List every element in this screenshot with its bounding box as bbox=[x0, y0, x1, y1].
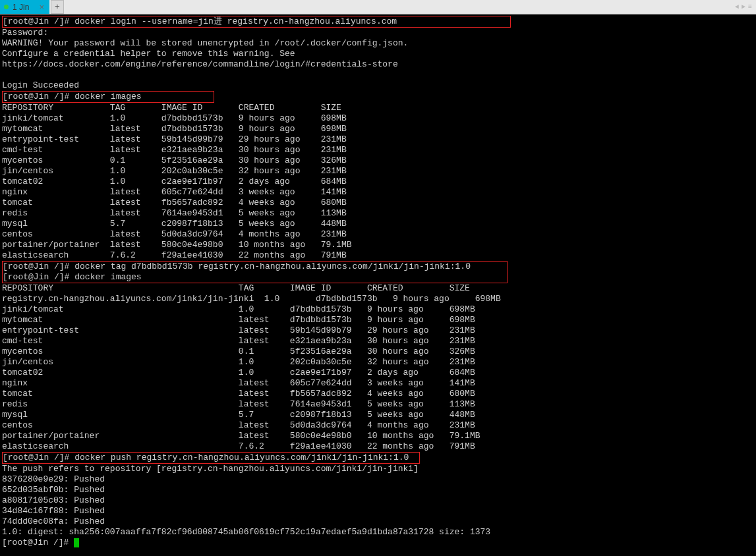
prompt: [root@Jin /]# bbox=[3, 92, 69, 101]
table-row: cmd-test latest e321aea9b23a 30 hours ag… bbox=[2, 336, 475, 346]
table-row: portainer/portainer latest 580c0e4e98b0 … bbox=[2, 240, 352, 250]
tab-jin[interactable]: 1 Jin × bbox=[0, 0, 49, 14]
cmd-login: docker login --username=jin进 registry.cn… bbox=[74, 16, 397, 26]
terminal-cursor bbox=[74, 538, 79, 547]
table-row: nginx latest 605c77e624dd 3 weeks ago 14… bbox=[2, 378, 475, 388]
table-row: jinki/tomcat 1.0 d7bdbbd1573b 9 hours ag… bbox=[2, 304, 475, 314]
terminal-output[interactable]: [root@Jin /]# docker login --username=ji… bbox=[0, 14, 756, 549]
nav-left-icon[interactable]: ◄ bbox=[735, 3, 739, 11]
table-row: jin/centos 1.0 202c0ab30c5e 32 hours ago… bbox=[2, 166, 347, 176]
table-row: jinki/tomcat 1.0 d7bdbbd1573b 9 hours ag… bbox=[2, 113, 347, 123]
line-warn2: Configure a credential helper to remove … bbox=[2, 49, 295, 59]
table-row: mytomcat latest d7bdbbd1573b 9 hours ago… bbox=[2, 315, 475, 325]
table-row: centos latest 5d0da3dc9764 4 months ago … bbox=[2, 229, 347, 239]
table-row: tomcat latest fb5657adc892 4 weeks ago 6… bbox=[2, 389, 475, 399]
plus-icon: + bbox=[55, 2, 60, 12]
push-line: 1.0: digest: sha256:007aaaffa7f82cf96d00… bbox=[2, 527, 490, 537]
tab-nav: ◄ ► ≡ bbox=[735, 0, 756, 14]
table-row: mycentos 0.1 5f23516ae29a 30 hours ago 3… bbox=[2, 347, 475, 356]
table-row: redis latest 7614ae9453d1 5 weeks ago 11… bbox=[2, 208, 347, 218]
table-row: mysql 5.7 c20987f18b13 5 weeks ago 448MB bbox=[2, 410, 475, 420]
table-row: elasticsearch 7.6.2 f29a1ee41030 22 mont… bbox=[2, 250, 347, 260]
table-row: cmd-test latest e321aea9b23a 30 hours ag… bbox=[2, 145, 347, 155]
close-icon[interactable]: × bbox=[39, 2, 44, 12]
line-warn1: WARNING! Your password will be stored un… bbox=[2, 38, 408, 48]
nav-right-icon[interactable]: ► bbox=[741, 3, 745, 11]
cmd-tag: docker tag d7bdbbd1573b registry.cn-hang… bbox=[74, 262, 471, 271]
table-row: tomcat02 1.0 c2ae9e171b97 2 days ago 684… bbox=[2, 177, 347, 186]
table-row: portainer/portainer latest 580c0e4e98b0 … bbox=[2, 431, 480, 441]
cmd-push: docker push registry.cn-hangzhou.aliyunc… bbox=[74, 453, 409, 462]
line-login-ok: Login Succeeded bbox=[2, 80, 79, 90]
prompt: [root@Jin /]# bbox=[3, 453, 69, 462]
table-row: jin/centos 1.0 202c0ab30c5e 32 hours ago… bbox=[2, 357, 475, 367]
table1-header: REPOSITORY TAG IMAGE ID CREATED SIZE bbox=[2, 103, 341, 113]
cmd-images2: docker images bbox=[74, 272, 141, 282]
push-line: 652d035abf0b: Pushed bbox=[2, 485, 105, 495]
push-line: a80817105c03: Pushed bbox=[2, 495, 105, 505]
table-row: nginx latest 605c77e624dd 3 weeks ago 14… bbox=[2, 187, 347, 197]
tab-bar: 1 Jin × + ◄ ► ≡ bbox=[0, 0, 756, 14]
add-tab-button[interactable]: + bbox=[51, 0, 64, 14]
prompt: [root@Jin /]# bbox=[3, 16, 69, 26]
table-row: mycentos 0.1 5f23516ae29a 30 hours ago 3… bbox=[2, 155, 347, 165]
prompt: [root@Jin /]# bbox=[2, 538, 69, 547]
line-push-msg: The push refers to repository [registry.… bbox=[2, 464, 419, 474]
highlighted-login-cmd: [root@Jin /]# docker login --username=ji… bbox=[2, 16, 511, 28]
push-line: 8376280e9e29: Pushed bbox=[2, 474, 105, 484]
table-row: mysql 5.7 c20987f18b13 5 weeks ago 448MB bbox=[2, 219, 347, 229]
highlighted-push-cmd: [root@Jin /]# docker push registry.cn-ha… bbox=[2, 452, 420, 464]
table-row: mytomcat latest d7bdbbd1573b 9 hours ago… bbox=[2, 124, 347, 134]
prompt: [root@Jin /]# bbox=[3, 262, 69, 271]
highlighted-tag-cmd: [root@Jin /]# docker tag d7bdbbd1573b re… bbox=[2, 261, 508, 283]
cmd-images: docker images bbox=[74, 92, 141, 101]
table-row: tomcat02 1.0 c2ae9e171b97 2 days ago 684… bbox=[2, 368, 475, 377]
table-row: tomcat latest fb5657adc892 4 weeks ago 6… bbox=[2, 198, 347, 208]
status-dot-icon bbox=[4, 5, 9, 9]
table-row: entrypoint-test latest 59b145d99b79 29 h… bbox=[2, 325, 475, 335]
nav-menu-icon[interactable]: ≡ bbox=[748, 3, 752, 11]
table-row: redis latest 7614ae9453d1 5 weeks ago 11… bbox=[2, 399, 475, 409]
highlighted-images-cmd: [root@Jin /]# docker images bbox=[2, 91, 214, 103]
table-row: registry.cn-hangzhou.aliyuncs.com/jinki/… bbox=[2, 294, 501, 304]
table-row: centos latest 5d0da3dc9764 4 months ago … bbox=[2, 420, 475, 430]
table-row: entrypoint-test latest 59b145d99b79 29 h… bbox=[2, 134, 347, 144]
tab-label: 1 Jin bbox=[13, 3, 29, 12]
line-password: Password: bbox=[2, 28, 48, 38]
push-line: 34d84c167f88: Pushed bbox=[2, 506, 105, 516]
line-warn3: https://docs.docker.com/engine/reference… bbox=[2, 59, 398, 69]
push-line: 74ddd0ec08fa: Pushed bbox=[2, 516, 105, 526]
table2-header: REPOSITORY TAG IMAGE ID CREATED SIZE bbox=[2, 283, 470, 293]
prompt: [root@Jin /]# bbox=[3, 272, 69, 282]
table-row: elasticsearch 7.6.2 f29a1ee41030 22 mont… bbox=[2, 441, 475, 451]
